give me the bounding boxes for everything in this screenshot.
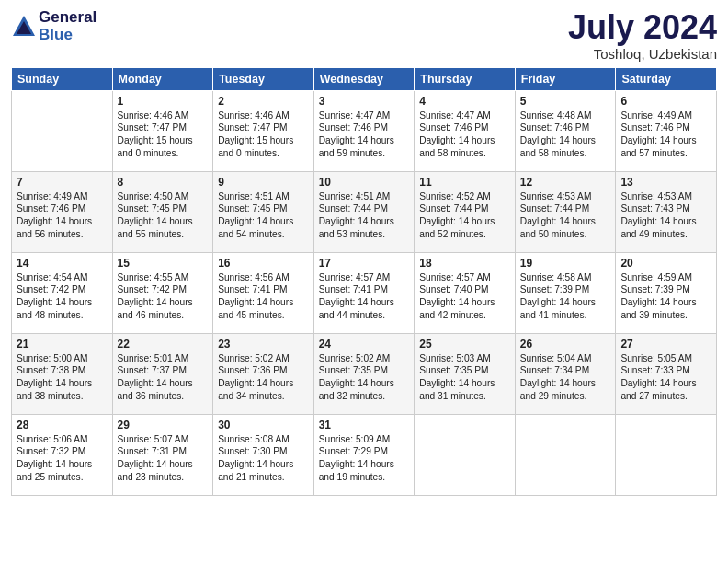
calendar-cell: 29Sunrise: 5:07 AMSunset: 7:31 PMDayligh… xyxy=(112,414,213,495)
calendar-cell: 15Sunrise: 4:55 AMSunset: 7:42 PMDayligh… xyxy=(112,252,213,333)
calendar-cell: 9Sunrise: 4:51 AMSunset: 7:45 PMDaylight… xyxy=(213,171,314,252)
calendar-body: 1Sunrise: 4:46 AMSunset: 7:47 PMDaylight… xyxy=(12,90,717,495)
logo-icon xyxy=(11,14,37,40)
day-number: 26 xyxy=(520,338,611,350)
day-info: Sunrise: 5:04 AMSunset: 7:34 PMDaylight:… xyxy=(520,352,611,403)
calendar-header: Sunday Monday Tuesday Wednesday Thursday… xyxy=(12,67,717,90)
col-wednesday: Wednesday xyxy=(313,67,415,90)
day-info: Sunrise: 5:06 AMSunset: 7:32 PMDaylight:… xyxy=(17,433,108,484)
day-number: 2 xyxy=(218,95,309,108)
day-info: Sunrise: 5:08 AMSunset: 7:30 PMDaylight:… xyxy=(218,433,309,484)
day-info: Sunrise: 4:51 AMSunset: 7:45 PMDaylight:… xyxy=(218,190,309,241)
day-number: 24 xyxy=(319,338,410,350)
day-info: Sunrise: 5:07 AMSunset: 7:31 PMDaylight:… xyxy=(118,433,209,484)
day-number: 30 xyxy=(218,419,309,431)
week-row-1: 1Sunrise: 4:46 AMSunset: 7:47 PMDaylight… xyxy=(12,90,717,171)
page: General Blue July 2024 Toshloq, Uzbekist… xyxy=(0,0,728,563)
day-number: 6 xyxy=(620,95,711,108)
calendar-cell: 17Sunrise: 4:57 AMSunset: 7:41 PMDayligh… xyxy=(313,252,415,333)
calendar-cell: 13Sunrise: 4:53 AMSunset: 7:43 PMDayligh… xyxy=(616,171,717,252)
day-number: 10 xyxy=(319,176,410,189)
day-info: Sunrise: 5:02 AMSunset: 7:36 PMDaylight:… xyxy=(218,352,309,403)
calendar-cell: 14Sunrise: 4:54 AMSunset: 7:42 PMDayligh… xyxy=(12,252,113,333)
logo-general-text: General xyxy=(39,9,97,27)
day-info: Sunrise: 5:05 AMSunset: 7:33 PMDaylight:… xyxy=(620,352,711,403)
day-number: 7 xyxy=(17,176,108,189)
calendar-cell: 31Sunrise: 5:09 AMSunset: 7:29 PMDayligh… xyxy=(313,414,415,495)
week-row-3: 14Sunrise: 4:54 AMSunset: 7:42 PMDayligh… xyxy=(12,252,717,333)
day-number: 28 xyxy=(17,419,108,431)
header-row: Sunday Monday Tuesday Wednesday Thursday… xyxy=(12,67,717,90)
day-info: Sunrise: 5:01 AMSunset: 7:37 PMDaylight:… xyxy=(118,352,209,403)
day-number: 31 xyxy=(319,419,410,431)
day-info: Sunrise: 4:46 AMSunset: 7:47 PMDaylight:… xyxy=(118,109,209,160)
day-number: 9 xyxy=(218,176,309,189)
day-number: 1 xyxy=(118,95,209,108)
calendar-cell: 18Sunrise: 4:57 AMSunset: 7:40 PMDayligh… xyxy=(415,252,516,333)
day-info: Sunrise: 4:58 AMSunset: 7:39 PMDaylight:… xyxy=(520,271,611,322)
day-number: 27 xyxy=(620,338,711,350)
day-number: 20 xyxy=(620,257,711,270)
logo: General Blue xyxy=(11,9,97,43)
calendar-table: Sunday Monday Tuesday Wednesday Thursday… xyxy=(11,67,717,496)
week-row-5: 28Sunrise: 5:06 AMSunset: 7:32 PMDayligh… xyxy=(12,414,717,495)
day-number: 18 xyxy=(419,257,510,270)
day-number: 16 xyxy=(218,257,309,270)
calendar-cell: 24Sunrise: 5:02 AMSunset: 7:35 PMDayligh… xyxy=(313,333,415,414)
calendar-cell: 27Sunrise: 5:05 AMSunset: 7:33 PMDayligh… xyxy=(616,333,717,414)
day-info: Sunrise: 4:57 AMSunset: 7:40 PMDaylight:… xyxy=(419,271,510,322)
calendar-cell: 3Sunrise: 4:47 AMSunset: 7:46 PMDaylight… xyxy=(313,90,415,171)
header: General Blue July 2024 Toshloq, Uzbekist… xyxy=(11,9,717,62)
calendar-cell: 6Sunrise: 4:49 AMSunset: 7:46 PMDaylight… xyxy=(616,90,717,171)
day-info: Sunrise: 4:55 AMSunset: 7:42 PMDaylight:… xyxy=(118,271,209,322)
day-number: 29 xyxy=(118,419,209,431)
day-info: Sunrise: 4:47 AMSunset: 7:46 PMDaylight:… xyxy=(319,109,410,160)
day-info: Sunrise: 5:09 AMSunset: 7:29 PMDaylight:… xyxy=(319,433,410,484)
col-sunday: Sunday xyxy=(12,67,113,90)
calendar-cell: 16Sunrise: 4:56 AMSunset: 7:41 PMDayligh… xyxy=(213,252,314,333)
day-number: 15 xyxy=(118,257,209,270)
calendar-cell: 21Sunrise: 5:00 AMSunset: 7:38 PMDayligh… xyxy=(12,333,113,414)
calendar-cell xyxy=(415,414,516,495)
day-number: 3 xyxy=(319,95,410,108)
day-info: Sunrise: 5:00 AMSunset: 7:38 PMDaylight:… xyxy=(17,352,108,403)
col-friday: Friday xyxy=(515,67,616,90)
day-number: 8 xyxy=(118,176,209,189)
calendar-cell: 19Sunrise: 4:58 AMSunset: 7:39 PMDayligh… xyxy=(515,252,616,333)
calendar-cell: 7Sunrise: 4:49 AMSunset: 7:46 PMDaylight… xyxy=(12,171,113,252)
day-number: 14 xyxy=(17,257,108,270)
col-tuesday: Tuesday xyxy=(213,67,314,90)
day-info: Sunrise: 4:49 AMSunset: 7:46 PMDaylight:… xyxy=(620,109,711,160)
calendar-cell xyxy=(12,90,113,171)
day-number: 5 xyxy=(520,95,611,108)
day-info: Sunrise: 4:51 AMSunset: 7:44 PMDaylight:… xyxy=(319,190,410,241)
day-info: Sunrise: 4:56 AMSunset: 7:41 PMDaylight:… xyxy=(218,271,309,322)
day-info: Sunrise: 4:53 AMSunset: 7:44 PMDaylight:… xyxy=(520,190,611,241)
day-info: Sunrise: 4:46 AMSunset: 7:47 PMDaylight:… xyxy=(218,109,309,160)
calendar-cell: 23Sunrise: 5:02 AMSunset: 7:36 PMDayligh… xyxy=(213,333,314,414)
calendar-cell: 1Sunrise: 4:46 AMSunset: 7:47 PMDaylight… xyxy=(112,90,213,171)
day-info: Sunrise: 4:50 AMSunset: 7:45 PMDaylight:… xyxy=(118,190,209,241)
col-monday: Monday xyxy=(112,67,213,90)
calendar-cell xyxy=(515,414,616,495)
day-info: Sunrise: 4:53 AMSunset: 7:43 PMDaylight:… xyxy=(620,190,711,241)
day-info: Sunrise: 4:47 AMSunset: 7:46 PMDaylight:… xyxy=(419,109,510,160)
calendar-cell: 11Sunrise: 4:52 AMSunset: 7:44 PMDayligh… xyxy=(415,171,516,252)
day-number: 23 xyxy=(218,338,309,350)
day-info: Sunrise: 4:54 AMSunset: 7:42 PMDaylight:… xyxy=(17,271,108,322)
calendar-cell xyxy=(616,414,717,495)
day-number: 19 xyxy=(520,257,611,270)
day-info: Sunrise: 4:49 AMSunset: 7:46 PMDaylight:… xyxy=(17,190,108,241)
calendar-cell: 4Sunrise: 4:47 AMSunset: 7:46 PMDaylight… xyxy=(415,90,516,171)
day-info: Sunrise: 5:02 AMSunset: 7:35 PMDaylight:… xyxy=(319,352,410,403)
logo-text: General Blue xyxy=(39,9,97,43)
day-info: Sunrise: 4:52 AMSunset: 7:44 PMDaylight:… xyxy=(419,190,510,241)
week-row-4: 21Sunrise: 5:00 AMSunset: 7:38 PMDayligh… xyxy=(12,333,717,414)
day-number: 11 xyxy=(419,176,510,189)
logo-blue-text: Blue xyxy=(39,27,97,44)
day-number: 12 xyxy=(520,176,611,189)
calendar-cell: 8Sunrise: 4:50 AMSunset: 7:45 PMDaylight… xyxy=(112,171,213,252)
day-info: Sunrise: 4:57 AMSunset: 7:41 PMDaylight:… xyxy=(319,271,410,322)
calendar-title: July 2024 xyxy=(568,9,717,46)
calendar-cell: 28Sunrise: 5:06 AMSunset: 7:32 PMDayligh… xyxy=(12,414,113,495)
